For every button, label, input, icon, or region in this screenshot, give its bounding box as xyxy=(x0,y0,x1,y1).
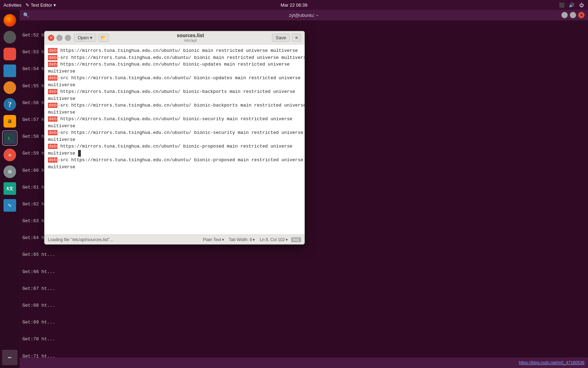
app-menu-label[interactable]: ✎ Text Editor ▾ xyxy=(26,2,56,8)
terminal-icon: $_ xyxy=(4,132,16,144)
power-icon: ⏻ xyxy=(578,2,584,8)
deb-src-keyword-4: deb xyxy=(48,130,57,135)
dock-item-amazon[interactable]: a xyxy=(2,114,18,129)
dock-item-text-editor[interactable]: ✎ xyxy=(2,198,18,213)
chevron-down-icon-3: ▾ xyxy=(286,237,288,242)
messaging-icon xyxy=(4,31,16,43)
terminal-line: Get:65 ht... xyxy=(22,252,585,258)
dock-item-ubuntu[interactable]: ⊙ xyxy=(2,147,18,163)
terminal-title: zyt@ubuntu: ~ xyxy=(289,13,318,18)
gedit-content[interactable]: deb https://mirrors.tuna.tsinghua.edu.cn… xyxy=(44,45,304,234)
gedit-open-button[interactable]: Open ▾ xyxy=(74,34,96,42)
terminal-line: Get:67 ht... xyxy=(22,286,585,292)
deb-src-keyword-2: deb xyxy=(48,75,57,81)
terminal-statusbar: https://blog.csdn.net/m0_47180536 xyxy=(20,357,588,368)
datetime-label: Mar 22 06:39 xyxy=(281,2,308,8)
amazon-icon: a xyxy=(4,115,16,128)
grid-icon: ⋯ xyxy=(8,354,12,361)
firefox-icon xyxy=(4,14,16,27)
text-cursor xyxy=(78,150,81,157)
terminal-minimize-btn[interactable] xyxy=(561,12,568,18)
chevron-down-icon-2: ▾ xyxy=(253,237,255,242)
gedit-ln-col-button[interactable]: Ln 8, Col 102 ▾ xyxy=(258,237,289,243)
dock-item-notes[interactable] xyxy=(2,63,18,79)
ubuntu-icon: ⊙ xyxy=(4,149,16,161)
dock-item-messaging[interactable] xyxy=(2,29,18,45)
network-icon: ⬛ xyxy=(559,2,565,8)
dock-item-firefox[interactable] xyxy=(2,13,18,28)
blog-url[interactable]: https://blog.csdn.net/m0_47180536 xyxy=(519,360,584,365)
gedit-text-area[interactable]: deb https://mirrors.tuna.tsinghua.edu.cn… xyxy=(44,45,304,173)
gedit-titlebar: ✕ Open ▾ 📂 sources.list /etc/apt Save ≡ xyxy=(44,31,304,45)
deb-src-keyword-5: deb xyxy=(48,157,57,163)
gedit-tab-width-button[interactable]: Tab Width: 8 ▾ xyxy=(227,237,257,243)
rhythmbox-icon xyxy=(4,48,16,60)
terminal-line: Get:70 ht... xyxy=(22,336,585,342)
gedit-maximize-button[interactable] xyxy=(65,35,71,41)
gedit-save-button[interactable]: Save xyxy=(272,34,290,42)
deb-src-keyword: deb xyxy=(48,55,57,60)
language-icon: A文 xyxy=(4,182,16,195)
activities-label[interactable]: Activities xyxy=(4,2,21,8)
gedit-window: ✕ Open ▾ 📂 sources.list /etc/apt Save ≡ … xyxy=(44,31,305,245)
deb-keyword-3: deb xyxy=(48,89,57,94)
terminal-window-controls: ✕ xyxy=(561,12,584,18)
system-bar: Activities ✎ Text Editor ▾ Mar 22 06:39 … xyxy=(0,0,588,10)
dock-item-grid[interactable]: ⋯ xyxy=(2,350,18,365)
deb-keyword-2: deb xyxy=(48,62,57,67)
dock: ? a $_ ⊙ ⚙ A文 ✎ ⋯ xyxy=(0,10,20,368)
gedit-close-button[interactable]: ✕ xyxy=(48,35,54,41)
gedit-menu-button[interactable]: ≡ xyxy=(292,34,301,42)
gedit-plain-text-button[interactable]: Plain Text ▾ xyxy=(202,237,225,243)
dock-item-settings[interactable]: ⚙ xyxy=(2,164,18,179)
gedit-title: sources.list /etc/apt xyxy=(112,33,269,43)
terminal-line: Get:68 ht... xyxy=(22,302,585,309)
dock-item-rhythmbox[interactable] xyxy=(2,46,18,62)
dock-item-ubuntu-software[interactable] xyxy=(2,80,18,95)
gedit-header-buttons: Open ▾ 📂 xyxy=(74,34,109,42)
terminal-header: 🔍 zyt@ubuntu: ~ ✕ xyxy=(20,10,588,20)
terminal-line: Get:69 ht... xyxy=(22,319,585,326)
help-icon: ? xyxy=(4,98,16,111)
gedit-statusbar: Loading file "/etc/apt/sources.list"... … xyxy=(44,234,304,244)
terminal-maximize-btn[interactable] xyxy=(570,12,576,18)
deb-keyword-4: deb xyxy=(48,116,57,122)
terminal-line: Get:71 ht... xyxy=(22,353,585,357)
gedit-loading-status: Loading file "/etc/apt/sources.list"... xyxy=(48,237,200,242)
ubuntu-software-icon xyxy=(4,81,16,94)
deb-src-keyword-3: deb xyxy=(48,103,57,108)
gedit-recent-button[interactable]: 📂 xyxy=(98,34,109,42)
gedit-ins-badge: INS xyxy=(291,237,301,242)
terminal-search[interactable]: 🔍 xyxy=(23,12,29,18)
text-editor-icon: ✎ xyxy=(4,199,16,212)
dock-item-language[interactable]: A文 xyxy=(2,181,18,196)
notes-icon xyxy=(4,64,16,77)
deb-keyword: deb xyxy=(48,48,57,53)
settings-icon: ⚙ xyxy=(4,165,16,178)
gedit-minimize-button[interactable] xyxy=(56,35,63,41)
terminal-close-btn[interactable]: ✕ xyxy=(578,12,584,18)
terminal-line: Get:66 ht... xyxy=(22,269,585,275)
chevron-down-icon: ▾ xyxy=(222,237,224,242)
deb-keyword-5: deb xyxy=(48,144,57,149)
search-icon: 🔍 xyxy=(23,12,29,18)
dock-item-terminal[interactable]: $_ xyxy=(2,130,18,146)
dock-item-help[interactable]: ? xyxy=(2,97,18,112)
sound-icon: 🔊 xyxy=(568,2,575,8)
